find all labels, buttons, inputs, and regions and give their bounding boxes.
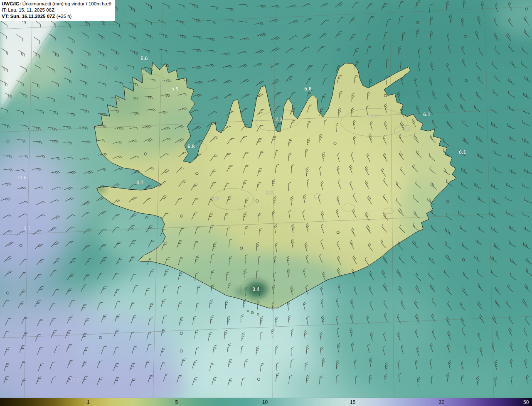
valid-time: VT: Sun. 16.11.2025 07Z (2, 14, 55, 19)
colorbar-tick-label: 15 (350, 400, 355, 405)
map-area: 5.65.95.82.32.66.12.56.86.110.63.72.82.3… (0, 0, 532, 398)
map-title: Úrkomumætti (mm) og vindur í 100m hæð (22, 1, 111, 6)
weather-map-page: 5.65.95.82.32.66.12.56.86.110.63.72.82.3… (0, 0, 532, 406)
colorbar-tick-label: 50 (523, 400, 529, 405)
colorbar-tick-label: 5 (175, 400, 178, 405)
map-title-line: UWC/IG: Úrkomumætti (mm) og vindur í 100… (2, 1, 111, 7)
model-id: UWC/IG: (2, 1, 21, 6)
valid-time-line: VT: Sun. 16.11.2025 07Z (+25 h) (2, 13, 111, 20)
map-info-box: UWC/IG: Úrkomumætti (mm) og vindur í 100… (0, 0, 115, 21)
precipitation-colorbar: 1510153050 (0, 398, 532, 406)
colorbar-tick-label: 30 (439, 400, 444, 405)
valid-offset: (+25 h) (55, 14, 72, 19)
init-time-line: IT: Lau. 15. 11. 2025 06Z (2, 7, 111, 13)
colorbar-tick-label: 10 (262, 400, 268, 405)
colorbar-tick-label: 1 (87, 400, 90, 405)
precipitation-wind-map (0, 0, 532, 398)
